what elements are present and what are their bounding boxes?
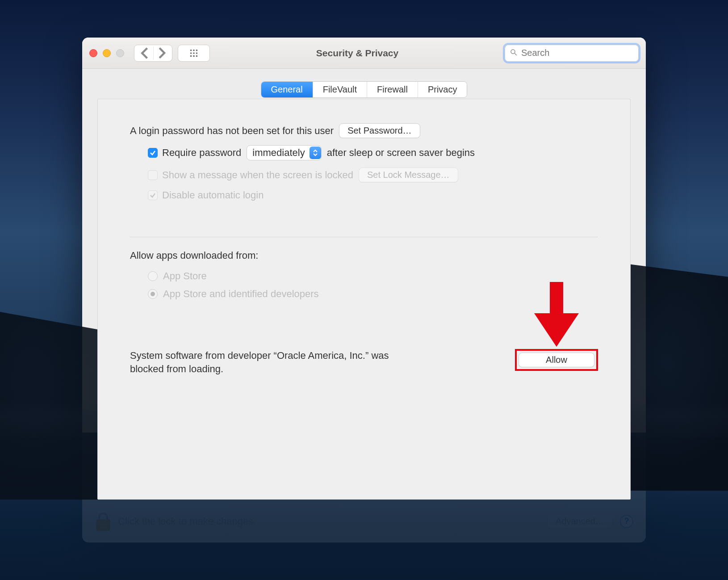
blocked-software-text: System software from developer “Oracle A… bbox=[130, 349, 407, 375]
allow-apps-heading: Allow apps downloaded from: bbox=[130, 250, 598, 261]
zoom-button bbox=[116, 49, 124, 57]
chevron-right-icon bbox=[154, 45, 169, 61]
svg-point-6 bbox=[190, 55, 192, 57]
checkmark-icon bbox=[148, 148, 158, 158]
minimize-button[interactable] bbox=[103, 49, 111, 57]
window-title: Security & Privacy bbox=[215, 48, 499, 59]
svg-point-8 bbox=[196, 55, 198, 57]
close-button[interactable] bbox=[89, 49, 97, 57]
radio-identified-developers: App Store and identified developers bbox=[148, 288, 598, 300]
content: General FileVault Firewall Privacy A log… bbox=[82, 69, 646, 500]
require-password-row: Require password immediately after sleep… bbox=[148, 145, 598, 160]
chevron-left-icon bbox=[137, 45, 153, 61]
radio-app-store: App Store bbox=[148, 270, 598, 282]
require-password-checkbox[interactable]: Require password bbox=[148, 147, 241, 159]
general-panel: A login password has not been set for th… bbox=[97, 99, 631, 500]
require-password-delay-popup[interactable]: immediately bbox=[247, 145, 321, 160]
back-button[interactable] bbox=[137, 46, 153, 60]
nav-buttons bbox=[134, 45, 172, 62]
svg-point-0 bbox=[190, 49, 192, 51]
annotation-down-arrow-icon bbox=[532, 282, 581, 351]
allow-button-wrap: Allow bbox=[515, 349, 598, 371]
require-password-delay-value: immediately bbox=[252, 147, 305, 159]
tab-firewall[interactable]: Firewall bbox=[367, 82, 418, 97]
disable-auto-login-row: Disable automatic login bbox=[148, 189, 598, 201]
radio-identified-developers-label: App Store and identified developers bbox=[163, 288, 319, 300]
svg-line-10 bbox=[515, 53, 517, 55]
login-password-text: A login password has not been set for th… bbox=[130, 125, 334, 137]
stepper-icon bbox=[310, 147, 321, 159]
svg-point-1 bbox=[193, 49, 195, 51]
tab-privacy[interactable]: Privacy bbox=[418, 82, 467, 97]
window-controls bbox=[89, 49, 124, 57]
forward-button[interactable] bbox=[153, 46, 169, 60]
checkbox-empty-icon bbox=[148, 170, 158, 180]
svg-point-9 bbox=[511, 50, 515, 54]
svg-point-3 bbox=[190, 52, 192, 54]
svg-point-5 bbox=[196, 52, 198, 54]
blocked-software-row: System software from developer “Oracle A… bbox=[130, 349, 598, 375]
set-lock-message-button: Set Lock Message… bbox=[359, 168, 458, 182]
radio-icon bbox=[148, 271, 158, 281]
search-input[interactable] bbox=[521, 48, 634, 58]
allow-apps-radio-group: App Store App Store and identified devel… bbox=[148, 270, 598, 300]
svg-point-7 bbox=[193, 55, 195, 57]
search-field-wrap[interactable] bbox=[505, 45, 639, 62]
show-message-checkbox: Show a message when the screen is locked bbox=[148, 169, 353, 181]
tab-general[interactable]: General bbox=[261, 82, 313, 97]
grid-icon bbox=[189, 48, 199, 58]
require-password-suffix: after sleep or screen saver begins bbox=[327, 147, 475, 159]
allow-button[interactable]: Allow bbox=[519, 353, 594, 367]
show-all-button[interactable] bbox=[178, 45, 210, 62]
checkmark-disabled-icon bbox=[148, 190, 158, 200]
tab-filevault[interactable]: FileVault bbox=[313, 82, 367, 97]
titlebar: Security & Privacy bbox=[82, 38, 646, 69]
set-password-button[interactable]: Set Password… bbox=[339, 123, 420, 138]
preferences-window: Security & Privacy General FileVault Fir… bbox=[82, 38, 646, 542]
radio-selected-icon bbox=[148, 289, 158, 299]
annotation-highlight: Allow bbox=[515, 349, 598, 371]
show-message-row: Show a message when the screen is locked… bbox=[148, 168, 598, 182]
tab-bar: General FileVault Firewall Privacy bbox=[261, 81, 468, 98]
svg-point-4 bbox=[193, 52, 195, 54]
require-password-label: Require password bbox=[162, 147, 241, 159]
svg-point-2 bbox=[196, 49, 198, 51]
radio-app-store-label: App Store bbox=[163, 270, 207, 282]
divider bbox=[130, 237, 598, 237]
show-message-label: Show a message when the screen is locked bbox=[162, 169, 353, 181]
disable-auto-login-checkbox: Disable automatic login bbox=[148, 189, 264, 201]
disable-auto-login-label: Disable automatic login bbox=[162, 189, 264, 201]
search-icon bbox=[510, 48, 518, 58]
login-password-row: A login password has not been set for th… bbox=[130, 123, 598, 138]
